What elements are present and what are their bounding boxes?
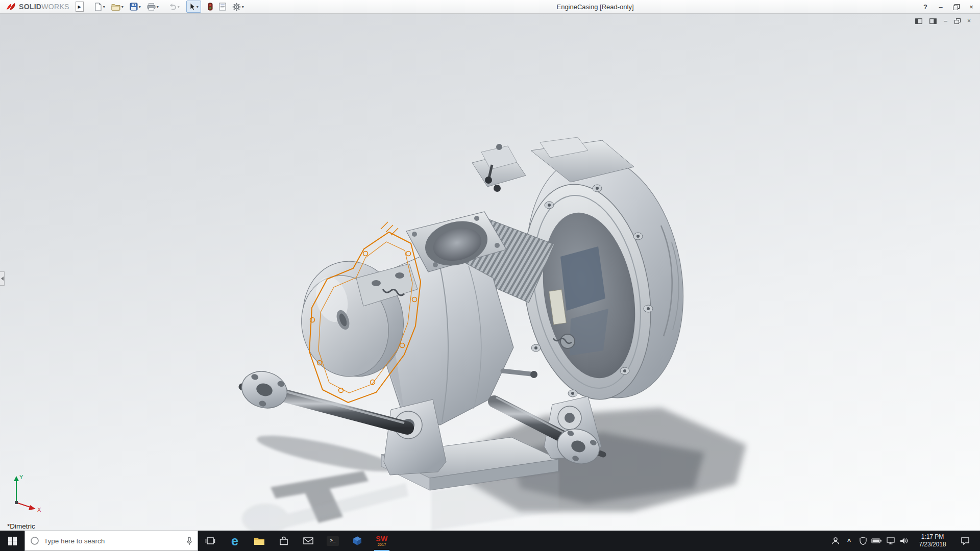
new-document-icon [94,3,102,11]
windows-logo-icon [8,537,17,545]
logo-text: SOLIDWORKS [19,2,69,11]
options-button[interactable]: ▾ [230,1,247,13]
solidworks-logo: SOLIDWORKS [0,2,76,11]
network-icon [887,537,895,544]
file-explorer-icon [254,537,265,545]
chevron-up-icon: ^ [847,538,851,545]
volume-button[interactable] [897,531,911,551]
new-document-button[interactable]: ▾ [92,1,108,13]
graphics-viewport[interactable]: – × [0,14,980,531]
task-view-button[interactable] [198,531,223,551]
windows-taskbar: Type here to search e >_ [0,531,980,551]
document-title: EngineCasing [Read-only] [556,3,633,11]
quick-access-toolbar: ▾ ▾ ▾ ▾ ▾ ▾ [92,1,247,13]
solidworks-window: SOLIDWORKS ▶ ▾ ▾ ▾ ▾ ▾ [0,0,980,551]
taskbar-app-solidworks[interactable]: SW 2017 [370,531,394,551]
clock-time: 1:17 PM [912,533,953,541]
restore-button[interactable] [948,0,964,13]
rebuild-icon [208,3,213,11]
options-gear-icon [232,3,241,11]
taskbar-app-file-explorer[interactable] [247,531,272,551]
battery-button[interactable] [870,531,884,551]
select-button[interactable]: ▾ [186,1,201,13]
shield-icon [860,537,867,545]
battery-icon [871,538,882,544]
cortana-icon [30,536,39,545]
search-placeholder: Type here to search [44,537,182,545]
save-icon [130,3,138,11]
view-orientation-label: *Dimetric [7,522,35,530]
action-center-icon [961,537,970,545]
doc-pane-right-button[interactable] [929,18,937,24]
print-dropdown[interactable]: ▾ [157,5,159,9]
print-icon [147,3,156,11]
select-dropdown[interactable]: ▾ [197,5,199,9]
taskbar-app-mail[interactable] [296,531,321,551]
taskbar-app-store[interactable] [272,531,296,551]
undo-dropdown[interactable]: ▾ [178,5,180,9]
print-button[interactable]: ▾ [144,1,161,13]
taskbar-clock[interactable]: 1:17 PM 7/23/2018 [911,533,954,548]
taskbar-app-command-prompt[interactable]: >_ [321,531,345,551]
triad-x-label: X [37,507,41,513]
close-button[interactable]: × [964,0,979,13]
taskbar-app-cad-viewer[interactable] [345,531,370,551]
floor-reflection [242,472,559,531]
triad-x-arrow [29,505,36,510]
solidworks-logo-icon [5,2,17,11]
store-bag-icon [279,536,288,545]
model-3d-view[interactable] [0,14,980,531]
taskbar-app-edge[interactable]: e [223,531,247,551]
minimize-button[interactable]: – [933,0,948,13]
open-dropdown[interactable]: ▾ [121,5,124,9]
defender-button[interactable] [856,531,870,551]
system-tray: ^ 1:17 PM 7/23/2018 [828,531,980,551]
save-button[interactable]: ▾ [127,1,143,13]
document-window-controls: – × [915,18,971,24]
file-properties-button[interactable] [216,1,229,13]
network-button[interactable] [884,531,897,551]
doc-close-button[interactable]: × [967,18,971,24]
speaker-icon [900,537,909,544]
command-prompt-icon: >_ [327,536,339,546]
triad-x-axis [16,503,32,508]
menu-expand-button[interactable]: ▶ [76,2,84,12]
taskbar-apps: e >_ SW 2017 [198,531,394,551]
edge-icon: e [231,535,238,547]
people-button[interactable] [828,531,842,551]
file-properties-icon [219,3,226,11]
taskbar-search-box[interactable]: Type here to search [24,531,198,551]
task-view-icon [205,537,215,545]
doc-pane-left-button[interactable] [915,18,922,24]
rebuild-button[interactable] [205,1,215,13]
orientation-triad[interactable]: Y X [7,471,46,515]
save-dropdown[interactable]: ▾ [139,5,141,9]
options-dropdown[interactable]: ▾ [242,5,244,9]
restore-icon [953,4,959,10]
start-button[interactable] [0,531,24,551]
microphone-icon[interactable] [186,537,192,545]
doc-restore-button[interactable] [954,18,960,23]
triad-y-arrow [14,476,19,481]
hidden-icons-button[interactable]: ^ [842,531,856,551]
open-button[interactable]: ▾ [109,1,126,13]
undo-icon [168,3,177,10]
cad-cube-icon [352,536,362,546]
help-button[interactable]: ? [918,0,933,13]
pane-right-icon [929,18,937,24]
doc-minimize-button[interactable]: – [944,18,947,24]
undo-button[interactable]: ▾ [165,1,182,13]
titlebar: SOLIDWORKS ▶ ▾ ▾ ▾ ▾ ▾ [0,0,980,14]
action-center-button[interactable] [954,537,976,545]
new-document-dropdown[interactable]: ▾ [103,5,105,9]
clock-date: 7/23/2018 [912,541,953,548]
doc-restore-icon [954,18,960,23]
pane-left-icon [915,18,922,24]
select-cursor-icon [189,3,195,11]
open-folder-icon [111,3,120,11]
triad-y-label: Y [19,474,23,480]
window-controls: ? – × [918,0,979,13]
triad-origin [15,501,18,504]
mail-envelope-icon [303,537,313,544]
people-icon [831,537,840,545]
